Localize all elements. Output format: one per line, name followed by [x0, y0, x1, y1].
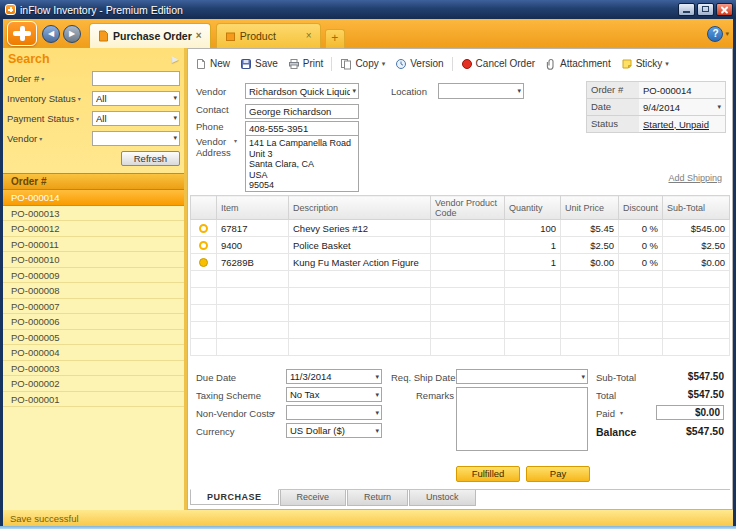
- column-header-discount[interactable]: Discount: [619, 196, 663, 220]
- print-button[interactable]: Print: [283, 56, 329, 72]
- copy-icon: [340, 58, 352, 70]
- payment-status-select[interactable]: All▾: [92, 111, 180, 126]
- caret-down-icon[interactable]: ▾: [620, 409, 623, 416]
- column-header-status[interactable]: [191, 196, 217, 220]
- help-button[interactable]: ?: [707, 26, 723, 42]
- column-header-item[interactable]: Item: [217, 196, 289, 220]
- order-list-item[interactable]: PO-000009: [3, 268, 184, 284]
- caret-down-icon: ▾: [352, 87, 356, 95]
- tab-close-icon[interactable]: ×: [306, 31, 312, 41]
- order-list-item[interactable]: PO-000002: [3, 376, 184, 392]
- maximize-button[interactable]: [697, 3, 714, 16]
- item-row[interactable]: [191, 288, 730, 305]
- save-button[interactable]: Save: [235, 56, 283, 72]
- help-caret-icon[interactable]: ▾: [725, 30, 729, 38]
- req-ship-date-picker[interactable]: ▾: [456, 369, 588, 384]
- title-bar[interactable]: inFlow Inventory - Premium Edition: [0, 0, 736, 19]
- column-header-quantity[interactable]: Quantity: [505, 196, 561, 220]
- column-header-vendor-product-code[interactable]: Vendor Product Code: [431, 196, 505, 220]
- phone-input[interactable]: [245, 121, 359, 136]
- order-list-item[interactable]: PO-000007: [3, 299, 184, 315]
- column-header-unit-price[interactable]: Unit Price: [561, 196, 619, 220]
- vendor-address-label: Vendor Address: [196, 136, 234, 158]
- caret-down-icon[interactable]: ▾: [39, 135, 42, 142]
- taxing-scheme-label: Taxing Scheme: [196, 390, 261, 401]
- order-list-item[interactable]: PO-000005: [3, 330, 184, 346]
- tab-return[interactable]: Return: [347, 490, 408, 506]
- close-button[interactable]: [716, 3, 733, 16]
- tab-close-icon[interactable]: ×: [196, 31, 202, 41]
- filter-order-number: Order # ▾: [3, 68, 184, 88]
- product-tab-icon: [225, 31, 236, 42]
- due-date-picker[interactable]: 11/3/2014▾: [286, 369, 382, 384]
- column-header-sub-total[interactable]: Sub-Total: [663, 196, 730, 220]
- currency-select[interactable]: US Dollar ($)▾: [286, 423, 382, 438]
- vendor-select[interactable]: Richardson Quick Liquidation▾: [245, 83, 359, 99]
- order-list-item[interactable]: PO-000013: [3, 206, 184, 222]
- vendor-label: Vendor: [196, 86, 226, 97]
- item-row[interactable]: 9400Police Basket1$2.500 %$2.50: [191, 237, 730, 254]
- cancel-order-button[interactable]: Cancel Order: [456, 56, 540, 72]
- pay-button[interactable]: Pay: [526, 466, 590, 482]
- caret-down-icon[interactable]: ▾: [272, 409, 275, 416]
- vendor-address-box[interactable]: 141 La Campanella Road Unit 3 Santa Clar…: [245, 135, 359, 192]
- forward-button[interactable]: ▶: [63, 25, 81, 43]
- item-row[interactable]: 76289BKung Fu Master Action Figure1$0.00…: [191, 254, 730, 271]
- collapse-panel-icon[interactable]: ▶: [172, 54, 179, 64]
- date-picker[interactable]: 9/4/2014▾: [639, 99, 725, 115]
- non-vendor-costs-select[interactable]: ▾: [286, 405, 382, 420]
- inventory-status-select[interactable]: All▾: [92, 91, 180, 106]
- inflow-logo-icon[interactable]: [7, 21, 37, 46]
- filled-circle-icon: [199, 258, 208, 267]
- attachment-button[interactable]: Attachment: [540, 56, 616, 72]
- contact-input[interactable]: [245, 104, 359, 119]
- taxing-scheme-select[interactable]: No Tax▾: [286, 387, 382, 402]
- paid-label: Paid: [596, 408, 615, 419]
- currency-label: Currency: [196, 426, 235, 437]
- item-row[interactable]: [191, 271, 730, 288]
- order-list-item[interactable]: PO-000012: [3, 221, 184, 237]
- item-row[interactable]: [191, 305, 730, 322]
- order-list-item[interactable]: PO-000003: [3, 361, 184, 377]
- new-button[interactable]: New: [190, 56, 235, 72]
- item-row[interactable]: 67817Chevy Series #12100$5.450 %$545.00: [191, 220, 730, 237]
- order-list-item[interactable]: PO-000011: [3, 237, 184, 253]
- refresh-button[interactable]: Refresh: [121, 151, 180, 166]
- item-row[interactable]: [191, 322, 730, 339]
- order-number-filter-input[interactable]: [92, 71, 180, 86]
- paid-value-box[interactable]: $0.00: [656, 405, 724, 420]
- caret-down-icon[interactable]: ▾: [234, 137, 237, 144]
- location-select[interactable]: ▾: [438, 83, 524, 99]
- new-tab-button[interactable]: +: [325, 29, 345, 48]
- sticky-button[interactable]: Sticky ▾: [616, 56, 674, 72]
- order-list-item[interactable]: PO-000004: [3, 345, 184, 361]
- order-list-header[interactable]: Order #: [3, 173, 184, 190]
- fulfilled-button[interactable]: Fulfilled: [456, 466, 520, 482]
- empty-circle-icon: [199, 241, 208, 250]
- back-button[interactable]: ◀: [42, 25, 60, 43]
- order-list-item[interactable]: PO-000001: [3, 392, 184, 408]
- balance-label: Balance: [596, 426, 636, 438]
- caret-down-icon: ▾: [665, 60, 669, 68]
- caret-down-icon[interactable]: ▾: [41, 75, 44, 82]
- order-list-item[interactable]: PO-000006: [3, 314, 184, 330]
- column-header-description[interactable]: Description: [289, 196, 431, 220]
- tab-unstock[interactable]: Unstock: [409, 490, 476, 506]
- version-button[interactable]: Version: [390, 56, 448, 72]
- status-value-link[interactable]: Started, Unpaid: [643, 119, 709, 130]
- order-list-item[interactable]: PO-000014: [3, 190, 184, 206]
- copy-button[interactable]: Copy ▾: [335, 56, 390, 72]
- caret-down-icon[interactable]: ▾: [76, 115, 79, 122]
- tab-purchase-order[interactable]: Purchase Order ×: [89, 23, 211, 48]
- caret-down-icon[interactable]: ▾: [78, 95, 81, 102]
- vendor-filter-select[interactable]: ▾: [92, 131, 180, 146]
- item-row[interactable]: [191, 339, 730, 356]
- add-shipping-link[interactable]: Add Shipping: [668, 173, 722, 183]
- order-list-item[interactable]: PO-000008: [3, 283, 184, 299]
- tab-product[interactable]: Product ×: [216, 23, 321, 48]
- tab-purchase[interactable]: PURCHASE: [190, 489, 279, 505]
- tab-receive[interactable]: Receive: [280, 490, 347, 506]
- order-list-item[interactable]: PO-000010: [3, 252, 184, 268]
- remarks-textarea[interactable]: [456, 387, 588, 451]
- minimize-button[interactable]: [678, 3, 695, 16]
